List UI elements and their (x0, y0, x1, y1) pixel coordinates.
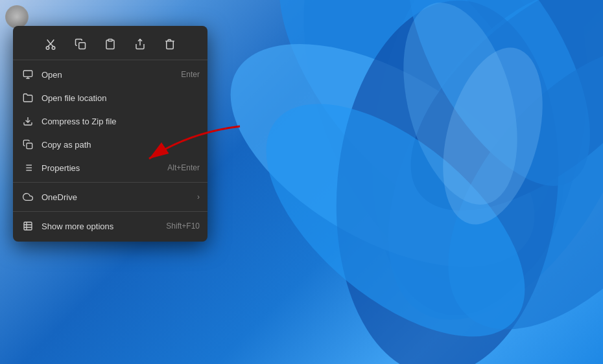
share-button[interactable] (131, 35, 149, 53)
open-file-location-icon (21, 91, 35, 105)
bloom-wallpaper (188, 0, 603, 364)
menu-item-open[interactable]: Open Enter (13, 63, 207, 86)
menu-item-copy-as-path-label: Copy as path (41, 140, 200, 150)
menu-item-properties-label: Properties (41, 163, 167, 173)
svg-point-13 (52, 47, 55, 50)
context-menu-toolbar (13, 30, 207, 60)
svg-rect-19 (27, 143, 32, 149)
share-icon (134, 38, 146, 50)
menu-item-open-label: Open (41, 70, 181, 80)
paste-icon (104, 38, 116, 50)
compress-zip-icon (21, 114, 35, 128)
onedrive-submenu-arrow: › (197, 192, 200, 201)
copy-button[interactable] (71, 35, 89, 53)
menu-item-properties[interactable]: Properties Alt+Enter (13, 156, 207, 179)
svg-rect-26 (24, 222, 32, 230)
menu-item-onedrive[interactable]: OneDrive › (13, 185, 207, 209)
paste-button[interactable] (101, 35, 119, 53)
copy-icon (75, 38, 86, 50)
menu-item-open-shortcut: Enter (181, 70, 200, 79)
separator-1 (13, 182, 207, 183)
menu-item-copy-as-path[interactable]: Copy as path (13, 133, 207, 156)
context-menu: Open Enter Open file location Compress t… (13, 26, 207, 242)
delete-button[interactable] (161, 35, 179, 53)
svg-rect-17 (23, 71, 32, 76)
copy-as-path-icon (21, 137, 35, 152)
properties-icon (21, 161, 35, 175)
desktop-icon (5, 5, 29, 28)
menu-item-compress-zip[interactable]: Compress to Zip file (13, 109, 207, 133)
svg-point-12 (46, 47, 49, 50)
separator-2 (13, 211, 207, 212)
menu-item-show-more-options[interactable]: Show more options Shift+F10 (13, 214, 207, 238)
menu-item-open-file-location-label: Open file location (41, 93, 200, 103)
menu-item-show-more-options-shortcut: Shift+F10 (166, 222, 200, 231)
open-icon (21, 67, 35, 82)
menu-item-onedrive-label: OneDrive (41, 192, 193, 202)
show-more-options-icon (21, 219, 35, 233)
svg-rect-14 (79, 43, 86, 49)
menu-item-open-file-location[interactable]: Open file location (13, 86, 207, 109)
onedrive-icon (21, 190, 35, 204)
menu-item-compress-zip-label: Compress to Zip file (41, 117, 200, 126)
menu-item-properties-shortcut: Alt+Enter (167, 163, 200, 172)
delete-icon (164, 38, 176, 50)
menu-item-show-more-options-label: Show more options (41, 222, 166, 231)
cut-button[interactable] (41, 35, 60, 53)
svg-rect-15 (108, 40, 112, 41)
cut-icon (45, 38, 56, 50)
